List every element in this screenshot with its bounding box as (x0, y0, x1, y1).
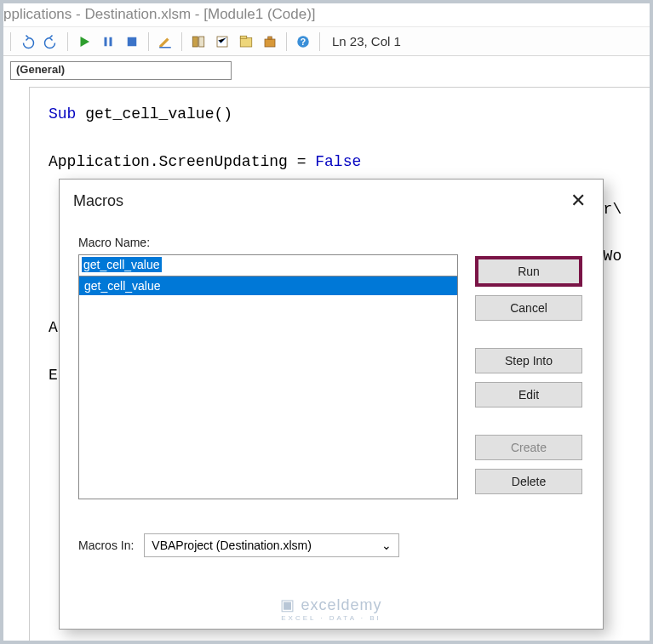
create-button: Create (475, 435, 582, 460)
dialog-title: Macros (73, 192, 123, 210)
run-button[interactable]: Run (475, 256, 582, 287)
cancel-button[interactable]: Cancel (475, 295, 582, 321)
svg-rect-5 (199, 37, 204, 47)
svg-rect-8 (240, 36, 247, 38)
svg-rect-10 (268, 37, 272, 39)
toolbox-button[interactable] (259, 31, 281, 53)
object-browser-button[interactable] (235, 31, 257, 53)
redo-button[interactable] (40, 31, 62, 53)
run-button[interactable] (73, 31, 95, 53)
svg-rect-7 (240, 37, 252, 47)
delete-button[interactable]: Delete (475, 469, 582, 494)
svg-text:?: ? (301, 36, 306, 46)
list-item[interactable]: get_cell_value (79, 276, 457, 295)
stop-button[interactable] (121, 31, 143, 53)
svg-rect-2 (128, 37, 137, 46)
properties-window-button[interactable] (211, 31, 233, 53)
edit-button[interactable]: Edit (475, 382, 582, 407)
svg-rect-3 (159, 47, 171, 48)
pause-button[interactable] (97, 31, 119, 53)
macros-in-dropdown[interactable]: VBAProject (Destination.xlsm) ⌄ (144, 533, 399, 557)
undo-button[interactable] (16, 31, 38, 53)
close-icon[interactable]: ✕ (565, 188, 591, 214)
svg-rect-9 (265, 39, 275, 47)
svg-rect-4 (192, 37, 198, 47)
cursor-position: Ln 23, Col 1 (332, 34, 401, 48)
project-explorer-button[interactable] (187, 31, 209, 53)
macros-dialog: Macros ✕ Macro Name: get_cell_value get_… (59, 179, 604, 630)
watermark: ▣ exceldemy EXCEL · DATA · BI (280, 596, 381, 622)
object-dropdown[interactable]: (General) (10, 61, 232, 80)
svg-rect-0 (105, 37, 107, 46)
window-title: pplications - Destination.xlsm - [Module… (3, 3, 650, 27)
svg-rect-1 (110, 37, 112, 46)
chevron-down-icon: ⌄ (381, 539, 392, 552)
macro-list[interactable]: get_cell_value (78, 276, 458, 499)
step-into-button[interactable]: Step Into (475, 348, 582, 373)
toolbar: ? Ln 23, Col 1 (3, 27, 650, 56)
design-mode-button[interactable] (154, 31, 176, 53)
macro-name-input[interactable]: get_cell_value (78, 254, 458, 276)
macros-in-label: Macros In: (78, 539, 134, 552)
macro-name-label: Macro Name: (78, 236, 458, 249)
help-button[interactable]: ? (292, 31, 314, 53)
